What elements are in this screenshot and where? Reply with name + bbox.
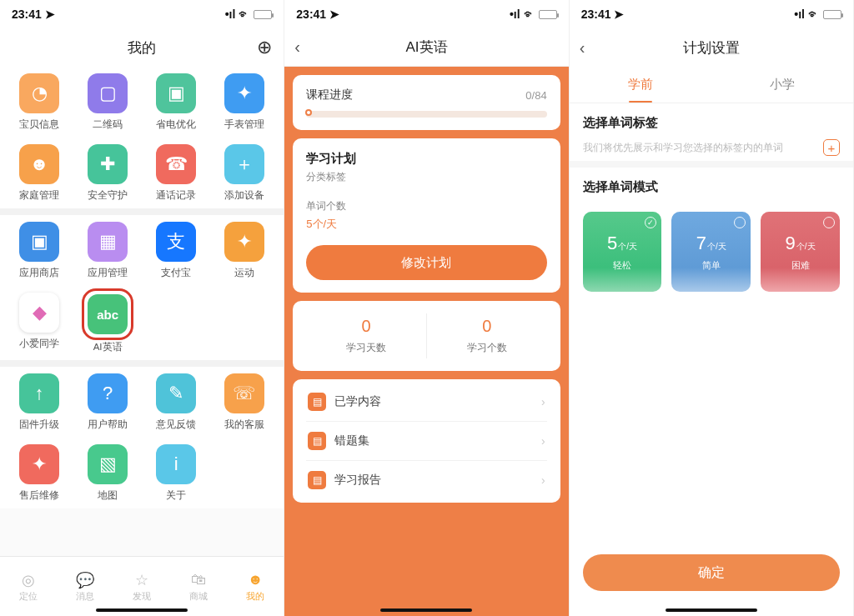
help-icon: ? — [88, 373, 128, 413]
menu-report[interactable]: ▤学习报告› — [306, 461, 546, 499]
menu-card: ▤已学内容›▤错题集›▤学习报告› — [293, 379, 560, 503]
app-repair[interactable]: ✦售后维修 — [5, 444, 73, 502]
stats-card: 0 学习天数 0 学习个数 — [293, 301, 560, 371]
back-icon[interactable]: ‹ — [294, 38, 300, 57]
home-indicator[interactable] — [380, 608, 472, 612]
level-tab-1[interactable]: 小学 — [711, 67, 853, 103]
alipay-label: 支付宝 — [161, 267, 191, 279]
add-icon[interactable]: ⊕ — [257, 37, 272, 58]
menu-learned[interactable]: ▤已学内容› — [306, 383, 546, 422]
mode-card-1[interactable]: 7个/天简单 — [671, 212, 751, 292]
tab-locate-label: 定位 — [19, 591, 38, 603]
battery-icon — [254, 10, 272, 19]
time-label: 23:41 — [12, 8, 42, 21]
screen-my: 23:41 ➤ •ıl ᯤ 我的 ⊕ ◔宝贝信息▢二维码▣省电优化✦手表管理☻家… — [0, 0, 284, 616]
report-icon: ▤ — [308, 471, 326, 489]
tab-discover[interactable]: ☆发现 — [113, 557, 170, 616]
power-save-label: 省电优化 — [156, 118, 196, 131]
plan-count-label: 单词个数 — [306, 199, 546, 213]
qr-code-icon: ▢ — [88, 73, 128, 113]
support-icon: ☏ — [224, 373, 264, 413]
app-firmware[interactable]: ↑固件升级 — [5, 373, 73, 431]
tab-shop-label: 商城 — [189, 591, 208, 603]
mode-card-2[interactable]: 9个/天困难 — [761, 212, 840, 292]
back-icon[interactable]: ‹ — [580, 38, 585, 58]
wifi-icon: ᯤ — [239, 8, 250, 21]
call-log-icon: ☎ — [156, 144, 196, 184]
app-help[interactable]: ?用户帮助 — [73, 373, 142, 431]
tab-shop-icon: 🛍 — [189, 571, 208, 589]
signal-icon: •ıl — [510, 8, 520, 21]
tab-msg-label: 消息 — [76, 591, 94, 603]
app-safe-guard[interactable]: ✚安全守护 — [73, 144, 142, 202]
level-tab-0[interactable]: 学前 — [570, 67, 711, 103]
page-title: AI英语 — [405, 38, 447, 57]
mode-tag: 轻松 — [613, 259, 631, 272]
modify-plan-button[interactable]: 修改计划 — [306, 245, 546, 280]
app-app-store[interactable]: ▣应用商店 — [5, 222, 73, 279]
mode-card-0[interactable]: ✓5个/天轻松 — [583, 212, 662, 292]
app-about[interactable]: i关于 — [142, 444, 210, 502]
app-sport[interactable]: ✦运动 — [210, 222, 279, 279]
nav-header: ‹ 计划设置 — [570, 28, 853, 67]
app-baby-info[interactable]: ◔宝贝信息 — [5, 73, 73, 131]
app-qr-code[interactable]: ▢二维码 — [73, 73, 142, 131]
learned-label: 已学内容 — [334, 394, 533, 409]
baby-info-label: 宝贝信息 — [19, 118, 59, 131]
app-power-save[interactable]: ▣省电优化 — [142, 73, 210, 131]
mode-tag: 困难 — [791, 259, 810, 272]
home-indicator[interactable] — [96, 608, 188, 612]
plan-title: 学习计划 — [306, 151, 546, 167]
repair-icon: ✦ — [19, 444, 59, 484]
page-title: 我的 — [128, 38, 156, 58]
app-map[interactable]: ▧地图 — [73, 444, 142, 502]
plan-card: 学习计划 分类标签 单词个数 5个/天 修改计划 — [293, 138, 560, 293]
mode-check-icon: ✓ — [645, 217, 656, 228]
battery-icon — [539, 10, 557, 19]
report-label: 学习报告 — [334, 473, 533, 488]
app-support[interactable]: ☏我的客服 — [210, 373, 279, 431]
add-tag-button[interactable]: + — [823, 139, 840, 156]
add-device-label: 添加设备 — [224, 189, 264, 202]
tab-mine[interactable]: ☻我的 — [227, 557, 284, 616]
menu-wrong-set[interactable]: ▤错题集› — [306, 422, 546, 461]
tab-msg[interactable]: 💬消息 — [57, 557, 113, 616]
tab-shop[interactable]: 🛍商城 — [170, 557, 227, 616]
tag-section-sub: 我们将优先展示和学习您选择的标签内的单词 — [583, 141, 783, 155]
app-alipay[interactable]: 支支付宝 — [142, 222, 210, 279]
about-label: 关于 — [166, 489, 186, 502]
wifi-icon: ᯤ — [808, 8, 820, 21]
app-xiaoai[interactable]: ◆小爱同学 — [5, 293, 73, 353]
tab-mine-icon: ☻ — [246, 571, 264, 589]
app-add-device[interactable]: ＋添加设备 — [210, 144, 279, 202]
progress-card: 课程进度 0/84 — [293, 75, 560, 130]
map-icon: ▧ — [88, 444, 128, 484]
app-call-log[interactable]: ☎通话记录 — [142, 144, 210, 202]
app-mgmt-label: 应用管理 — [88, 267, 128, 279]
sport-icon: ✦ — [224, 222, 264, 262]
battery-icon — [823, 10, 841, 19]
level-tabs: 学前小学 — [570, 67, 853, 103]
wrong-set-icon: ▤ — [308, 432, 326, 450]
confirm-button[interactable]: 确定 — [583, 554, 840, 591]
stat-count-label: 学习个数 — [427, 341, 547, 355]
watch-mgmt-icon: ✦ — [224, 73, 264, 113]
feedback-icon: ✎ — [156, 373, 196, 413]
time-label: 23:41 — [296, 8, 326, 21]
app-app-mgmt[interactable]: ▦应用管理 — [73, 222, 142, 279]
home-indicator[interactable] — [666, 608, 757, 612]
tab-locate[interactable]: ◎定位 — [0, 557, 57, 616]
mode-check-icon — [823, 217, 835, 228]
chevron-right-icon: › — [541, 434, 545, 448]
add-device-icon: ＋ — [224, 144, 264, 184]
app-feedback[interactable]: ✎意见反馈 — [142, 373, 210, 431]
app-ai-english[interactable]: abcAI英语 — [73, 293, 142, 353]
screen-ai-english: 23:41 ➤ •ıl ᯤ ‹ AI英语 课程进度 0/84 学习计划 分类标签… — [284, 0, 569, 616]
chevron-right-icon: › — [541, 395, 545, 408]
qr-code-label: 二维码 — [93, 118, 123, 131]
watch-mgmt-label: 手表管理 — [224, 118, 264, 131]
app-watch-mgmt[interactable]: ✦手表管理 — [210, 73, 279, 131]
about-icon: i — [156, 444, 196, 484]
app-family-mgmt[interactable]: ☻家庭管理 — [5, 144, 73, 202]
tab-discover-label: 发现 — [133, 591, 151, 603]
